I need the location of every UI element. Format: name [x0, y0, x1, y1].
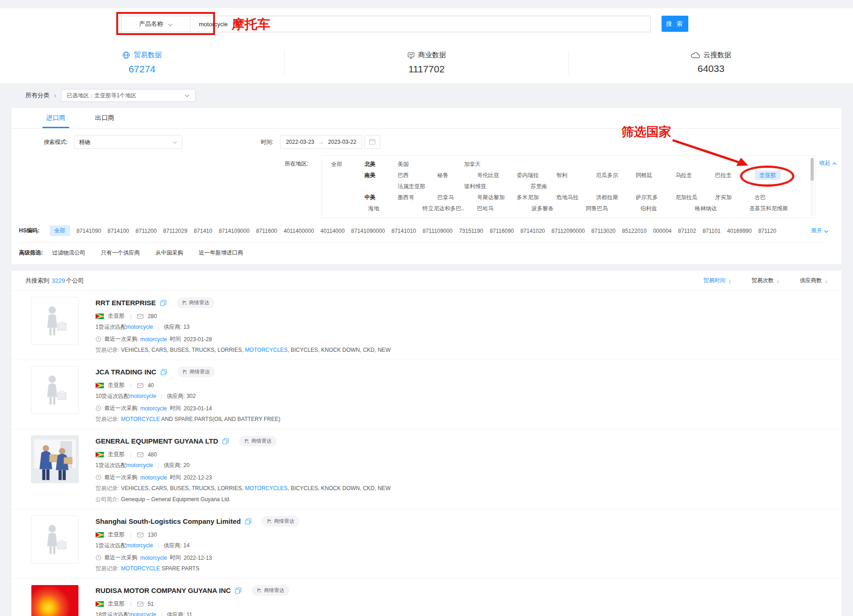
hs-code-tag[interactable]: 8714109000: [219, 228, 250, 234]
advanced-filter-item[interactable]: 只有一个供应商: [101, 249, 140, 257]
hs-code-tag[interactable]: 73151190: [459, 228, 483, 234]
company-name[interactable]: RRT ENTERPRISE: [95, 299, 156, 307]
copy-doc-icon[interactable]: [245, 518, 251, 525]
region-scrollbar[interactable]: [811, 158, 814, 216]
match-keyword-link[interactable]: motorcycle: [126, 324, 153, 330]
region-item[interactable]: 格林纳达: [695, 205, 739, 213]
region-item[interactable]: 海地: [368, 205, 412, 213]
purchase-keyword-link[interactable]: motorcycle: [140, 405, 167, 412]
region-item[interactable]: 巴拉圭: [715, 172, 745, 179]
stat-2[interactable]: 商业数据1117702: [284, 51, 569, 75]
match-keyword-link[interactable]: motorcycle: [129, 393, 156, 399]
hs-code-tag[interactable]: 87141090: [77, 228, 101, 234]
hs-code-tag[interactable]: 871410: [194, 228, 212, 234]
region-item[interactable]: 哥斯达黎加: [477, 194, 507, 201]
region-item[interactable]: 阿鲁巴岛: [586, 205, 630, 213]
region-item[interactable]: 危地马拉: [556, 194, 586, 201]
trade-records-keyword[interactable]: MOTORCYCLE: [121, 565, 160, 572]
stat-3[interactable]: 云搜数据64033: [568, 51, 853, 75]
search-button[interactable]: 搜 索: [662, 16, 688, 32]
purchase-keyword-link[interactable]: motorcycle: [140, 336, 167, 343]
copy-doc-icon[interactable]: [235, 587, 241, 594]
company-thumbnail[interactable]: [31, 585, 79, 616]
company-name[interactable]: Shanghai South-Logistics Company Limited: [95, 517, 241, 525]
region-item[interactable]: 玻利维亚: [464, 183, 520, 190]
company-thumbnail[interactable]: [31, 366, 79, 414]
company-thumbnail[interactable]: [31, 435, 79, 483]
hs-code-tag[interactable]: 87141090000: [351, 228, 385, 234]
region-item[interactable]: 智利: [556, 172, 586, 179]
region-item[interactable]: 古巴: [755, 194, 784, 201]
region-item[interactable]: 圣基茨和尼维斯: [749, 205, 793, 213]
region-item[interactable]: 阿根廷: [636, 172, 665, 179]
hs-code-tag[interactable]: 87141010: [392, 228, 416, 234]
copy-doc-icon[interactable]: [161, 369, 167, 375]
purchase-keyword-link[interactable]: motorcycle: [140, 474, 167, 481]
region-item-selected[interactable]: 圭亚那: [755, 171, 781, 180]
region-item[interactable]: 法属圭亚那: [398, 183, 454, 190]
region-item[interactable]: 苏里南: [531, 183, 587, 190]
collapse-toggle[interactable]: 收起: [819, 159, 837, 167]
hs-code-tag[interactable]: 8711109000: [423, 228, 453, 234]
region-item[interactable]: 伯利兹: [640, 205, 685, 213]
breadcrumb-root[interactable]: 所有分类: [25, 91, 49, 100]
region-item[interactable]: 巴哈马: [477, 205, 521, 213]
radar-badge[interactable]: 商情雷达: [262, 516, 299, 527]
company-thumbnail[interactable]: [31, 297, 79, 345]
search-field-select[interactable]: 产品名称: [121, 16, 191, 32]
hs-code-tag[interactable]: 40114000: [321, 228, 345, 234]
region-item[interactable]: 巴西: [398, 172, 427, 179]
hs-code-tag[interactable]: 8711200: [136, 228, 157, 234]
selected-region-dropdown[interactable]: 已选地区：圭亚那等1个地区: [61, 89, 196, 102]
region-item[interactable]: 多米尼加: [517, 194, 546, 201]
match-keyword-link[interactable]: motorcycle: [126, 462, 153, 468]
sort-item[interactable]: 供应商数↓: [800, 277, 828, 284]
hs-code-tag[interactable]: 87116090: [489, 228, 514, 234]
region-scrollbar-thumb[interactable]: [811, 158, 814, 181]
hs-code-tag[interactable]: 871101: [703, 228, 721, 234]
region-item[interactable]: 美国: [398, 160, 454, 168]
advanced-filter-item[interactable]: 近一年新增进口商: [199, 249, 243, 257]
company-name[interactable]: RUDISA MOTOR COMPANY GUYANA INC: [95, 586, 231, 594]
region-item[interactable]: 特立尼达和多巴..: [423, 205, 467, 213]
sort-item[interactable]: 贸易次数↓: [752, 277, 780, 284]
radar-badge[interactable]: 商情雷达: [177, 297, 215, 308]
radar-badge[interactable]: 商情雷达: [251, 585, 289, 596]
region-item[interactable]: 牙买加: [715, 194, 745, 201]
hs-code-tag[interactable]: 871102: [678, 228, 696, 234]
match-keyword-link[interactable]: motorcycle: [126, 542, 153, 549]
hs-code-tag[interactable]: 87112090000: [551, 228, 585, 234]
radar-badge[interactable]: 商情雷达: [177, 367, 215, 377]
company-name[interactable]: GENERAL EQUIPMENT GUYANA LTD: [95, 437, 218, 445]
copy-doc-icon[interactable]: [160, 300, 167, 306]
calendar-button[interactable]: [364, 135, 380, 149]
company-name[interactable]: JCA TRADING INC: [95, 368, 156, 376]
region-item[interactable]: 哥伦比亚: [477, 172, 507, 179]
purchase-keyword-link[interactable]: motorcycle: [140, 555, 167, 561]
hs-code-tag[interactable]: 87112029: [163, 228, 188, 234]
region-item[interactable]: 萨尔瓦多: [636, 194, 665, 201]
region-item[interactable]: 秘鲁: [437, 172, 467, 179]
radar-badge[interactable]: 商情雷达: [239, 436, 277, 446]
region-item[interactable]: 洪都拉斯: [596, 194, 626, 201]
region-item[interactable]: 委内瑞拉: [517, 172, 546, 179]
company-thumbnail[interactable]: [31, 515, 79, 563]
hs-code-tag[interactable]: 871120: [758, 228, 776, 234]
tab-importers[interactable]: 进口商: [46, 108, 66, 128]
stat-1[interactable]: 贸易数据67274: [0, 51, 284, 75]
region-item[interactable]: 巴拿马: [437, 194, 467, 201]
advanced-filter-item[interactable]: 从中国采购: [155, 249, 183, 257]
trade-records-keyword[interactable]: MOTORCYCLE: [121, 416, 160, 422]
region-item[interactable]: 加拿大: [464, 160, 520, 168]
hs-code-tag[interactable]: 8711600: [256, 228, 277, 234]
region-item[interactable]: 尼加拉瓜: [675, 194, 705, 201]
search-input[interactable]: [191, 16, 650, 32]
search-mode-select[interactable]: 精确: [74, 135, 182, 149]
sort-item[interactable]: 贸易时间↓: [704, 277, 732, 284]
expand-toggle[interactable]: 展开: [811, 227, 829, 235]
match-keyword-link[interactable]: motorcycle: [129, 611, 156, 616]
region-item-all[interactable]: 全部: [331, 160, 354, 168]
hs-code-tag[interactable]: 000004: [653, 228, 672, 234]
trade-records-keyword[interactable]: MOTORCYCLES: [245, 485, 287, 492]
copy-doc-icon[interactable]: [222, 438, 229, 444]
